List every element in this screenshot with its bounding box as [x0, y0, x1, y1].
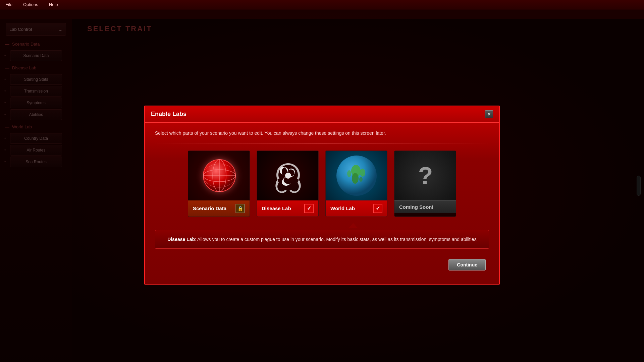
disease-lab-name: Disease Lab [262, 205, 291, 211]
description-box: Disease Lab: Allows you to create a cust… [155, 230, 489, 249]
svg-point-12 [359, 177, 363, 182]
world-lab-footer: World Lab ✓ [326, 200, 387, 217]
divider-bottom [155, 254, 489, 254]
disease-lab-footer: Disease Lab ✓ [257, 200, 318, 217]
lab-options-row: Scenario Data 🔒 [155, 150, 489, 217]
menu-bar: File Options Help [0, 0, 644, 9]
scenario-data-image [188, 151, 250, 200]
coming-soon-footer: Coming Soon! [394, 200, 456, 213]
biohazard-icon [270, 157, 307, 194]
description-box-text: Disease Lab: Allows you to create a cust… [162, 236, 482, 243]
description-label: Disease Lab [167, 237, 195, 242]
menu-help[interactable]: Help [47, 1, 60, 8]
globe-icon [201, 157, 238, 194]
question-mark-icon: ? [418, 162, 433, 189]
disease-lab-check-icon: ✓ [304, 204, 314, 213]
world-lab-image [326, 151, 387, 200]
divider-top [155, 143, 489, 144]
lab-card-world-lab[interactable]: World Lab ✓ [325, 150, 387, 217]
coming-soon-image: ? [394, 151, 456, 200]
coming-soon-name: Coming Soon! [399, 204, 433, 210]
enable-labs-modal: Enable Labs × Select which parts of your… [144, 106, 500, 285]
description-text: Allows you to create a custom plague to … [197, 237, 477, 242]
world-lab-name: World Lab [330, 205, 355, 211]
menu-options[interactable]: Options [21, 1, 40, 8]
tooltip-arrow [217, 223, 489, 228]
modal-title: Enable Labs [151, 111, 186, 118]
menu-file[interactable]: File [3, 1, 14, 8]
lab-card-scenario-data[interactable]: Scenario Data 🔒 [188, 150, 250, 217]
disease-lab-image [257, 151, 319, 200]
lock-icon: 🔒 [235, 204, 245, 213]
button-row: Continue [155, 259, 489, 270]
svg-point-11 [347, 170, 351, 177]
scenario-data-footer: Scenario Data 🔒 [188, 200, 250, 217]
scenario-data-name: Scenario Data [193, 205, 226, 211]
modal-overlay: Enable Labs × Select which parts of your… [0, 19, 644, 362]
modal-close-button[interactable]: × [485, 110, 493, 118]
modal-header: Enable Labs × [145, 106, 499, 123]
modal-description: Select which parts of your scenario you … [155, 130, 489, 137]
lab-card-disease-lab[interactable]: Disease Lab ✓ [257, 150, 319, 217]
modal-body: Select which parts of your scenario you … [145, 123, 499, 277]
svg-point-9 [352, 173, 359, 184]
svg-point-10 [360, 169, 365, 177]
main-background: Lab Control ... — Scenario Data Scenario… [0, 9, 644, 362]
world-lab-check-icon: ✓ [373, 204, 382, 213]
earth-icon [326, 151, 387, 200]
lab-card-coming-soon[interactable]: ? Coming Soon! [394, 150, 456, 217]
continue-button[interactable]: Continue [448, 259, 486, 270]
